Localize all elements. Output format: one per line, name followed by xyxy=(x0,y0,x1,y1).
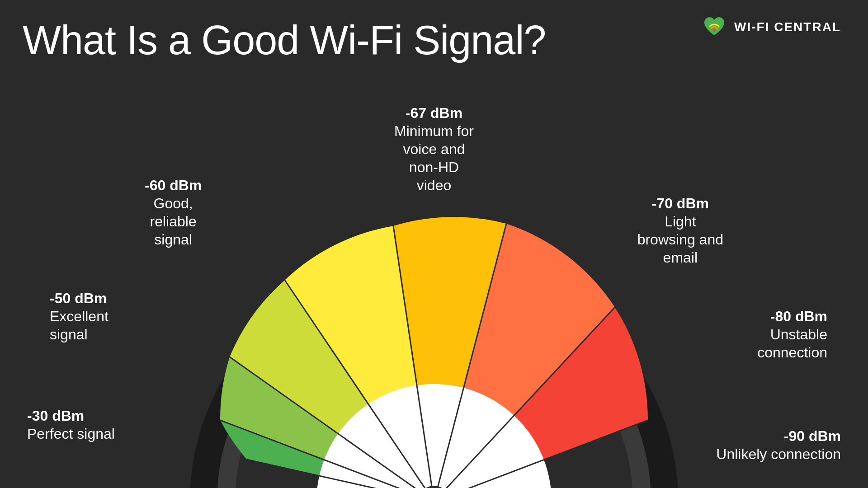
logo-area: WI-FI CENTRAL xyxy=(701,14,841,41)
label-30dbm: -30 dBm Perfect signal xyxy=(27,407,115,443)
label-67dbm: -67 dBm Minimum for voice and non-HD vid… xyxy=(394,104,474,194)
label-90dbm: -90 dBm Unlikely connection xyxy=(716,427,841,463)
svg-point-0 xyxy=(713,29,716,32)
label-50dbm: -50 dBm Excellent signal xyxy=(50,289,108,343)
label-60dbm: -60 dBm Good, reliable signal xyxy=(145,176,202,249)
page-title: What Is a Good Wi-Fi Signal? xyxy=(23,18,546,63)
logo-text: WI-FI CENTRAL xyxy=(734,20,841,34)
label-80dbm: -80 dBm Unstable connection xyxy=(757,307,827,361)
wifi-central-logo-icon xyxy=(701,14,728,41)
label-70dbm: -70 dBm Light browsing and email xyxy=(637,194,723,267)
